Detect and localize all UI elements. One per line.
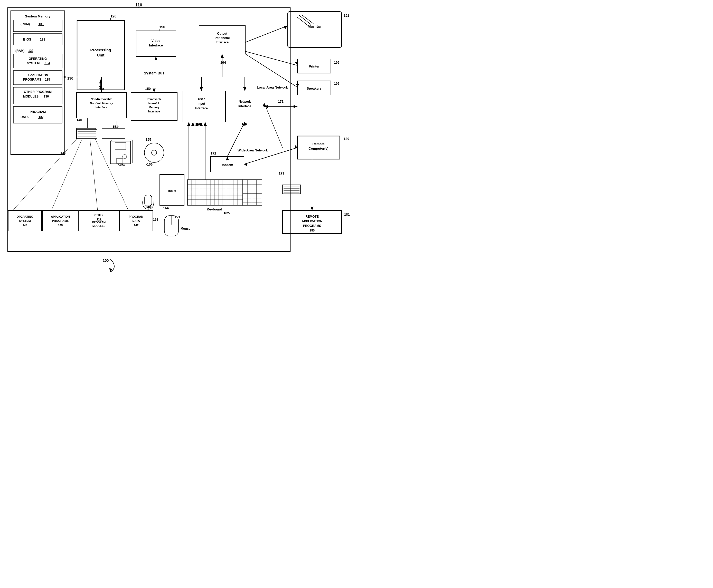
monitor-label: Monitor	[308, 24, 322, 28]
program-data-bottom-label2: DATA	[133, 219, 140, 222]
svg-rect-31	[77, 92, 127, 118]
remote-computer-label2: Computer(s)	[308, 147, 328, 150]
non-removable-label: Non-Removable	[91, 98, 112, 101]
removable-label4: Interface	[148, 110, 160, 113]
svg-rect-14	[13, 106, 62, 123]
app-label2: PROGRAMS	[23, 78, 41, 81]
remote-app-label2: APPLICATION	[302, 219, 322, 223]
other-bottom-label4: MODULES	[93, 225, 105, 227]
ref-164-label: 164	[163, 206, 169, 210]
os-bottom-label: OPERATING	[17, 215, 34, 218]
bios-label: BIOS	[23, 38, 31, 41]
svg-marker-151	[293, 105, 298, 108]
svg-line-51	[245, 51, 298, 65]
svg-line-53	[245, 54, 298, 87]
svg-rect-65	[102, 128, 125, 139]
svg-point-70	[144, 143, 164, 163]
speakers-label: Speakers	[307, 86, 322, 90]
output-peripheral-label: Output	[217, 32, 227, 36]
svg-rect-20	[199, 26, 245, 54]
os-bottom-ref: 144	[23, 224, 27, 227]
output-peripheral-label2: Peripheral	[215, 36, 230, 40]
non-removable-label2: Non-Vol. Memory	[90, 102, 113, 105]
video-interface-label: Video	[151, 39, 160, 43]
app-bottom-label2: PROGRAMS	[52, 219, 69, 222]
app-ref: 135	[45, 78, 50, 81]
rom-ref: 131	[39, 22, 44, 26]
os-bottom-label2: SYSTEM	[19, 219, 30, 222]
network-interface-label: Network	[239, 100, 251, 103]
keyboard-label: Keyboard	[207, 207, 222, 211]
program-data-bottom-ref: 147	[134, 224, 139, 227]
svg-marker-148	[226, 156, 229, 161]
svg-marker-24	[99, 80, 102, 83]
program-data-ref: 137	[39, 115, 44, 119]
other-bottom-label2: 146	[97, 217, 101, 220]
ref-194-label: 194	[220, 61, 226, 64]
bios-ref: 133	[40, 38, 45, 41]
svg-line-144	[264, 103, 283, 148]
svg-marker-38	[152, 88, 156, 92]
system-memory-label: System Memory	[25, 14, 50, 18]
ref-162-label: 162-	[223, 211, 230, 215]
svg-line-125	[13, 139, 77, 210]
other-modules-label2: MODULES	[23, 95, 39, 98]
svg-rect-8	[13, 54, 62, 68]
modem-label: Modem	[221, 163, 233, 167]
svg-marker-85	[204, 122, 207, 126]
os-ref: 134	[45, 61, 50, 65]
mouse-label: Mouse	[181, 227, 190, 230]
svg-marker-42	[243, 87, 246, 91]
ram-ref: 132	[28, 49, 34, 52]
svg-marker-28	[155, 57, 158, 60]
program-data-label2: DATA	[21, 115, 29, 119]
program-data-bottom-label: PROGRAM	[129, 215, 143, 218]
ref-156-label: -156	[146, 163, 152, 166]
rom-label: (ROM)	[21, 22, 30, 26]
ref-150-label: 150	[145, 87, 151, 90]
ref-181-label: 181	[344, 212, 350, 216]
ref-180-label: 180	[344, 137, 349, 141]
lan-label: Local Area Network	[257, 85, 288, 89]
svg-rect-5	[13, 34, 62, 45]
svg-rect-105	[243, 180, 262, 205]
ref-155-label: 155	[146, 138, 151, 142]
user-input-label3: Interface	[195, 106, 208, 110]
removable-label3: Memory	[149, 106, 160, 109]
svg-rect-86	[187, 180, 243, 205]
non-removable-label3: Interface	[96, 106, 107, 109]
ref-161-label: 161	[175, 215, 180, 219]
svg-rect-156	[145, 195, 152, 206]
ref-120-label: 120	[110, 14, 117, 18]
program-data-label: PROGRAM	[30, 110, 46, 114]
ref-151-label: 151-	[113, 125, 119, 129]
remote-app-label: REMOTE	[305, 215, 319, 218]
ref-173-label: 173	[279, 171, 284, 175]
svg-line-49	[245, 26, 288, 42]
svg-marker-40	[200, 87, 203, 91]
svg-marker-81	[187, 122, 190, 126]
tablet-label: Tablet	[167, 189, 176, 193]
app-bottom-ref: 145	[58, 224, 63, 227]
system-bus-label: System Bus	[144, 71, 164, 75]
svg-marker-143	[109, 268, 112, 272]
svg-marker-30	[221, 54, 224, 58]
remote-app-label3: PROGRAMS	[303, 224, 321, 228]
network-interface-label2: Interface	[238, 104, 251, 108]
remote-app-ref: 185	[309, 229, 314, 232]
other-bottom-label: OTHER	[95, 214, 104, 217]
svg-rect-2	[11, 11, 65, 154]
ref-172-label: 172	[210, 151, 216, 155]
ref-100-label: 100	[103, 258, 109, 262]
removable-label2: Non-Vol.	[148, 102, 160, 105]
svg-rect-43	[288, 12, 342, 47]
ref-190-label: 190	[159, 25, 165, 29]
diagram-container: 110 System Memory (ROM) 131 BIOS 133 (RA…	[0, 0, 356, 294]
svg-line-126	[52, 139, 82, 210]
svg-marker-26	[63, 76, 65, 78]
video-interface-label2: Interface	[149, 43, 163, 47]
remote-computer-label: Remote	[312, 142, 325, 146]
ref-110-label: 110	[135, 3, 142, 7]
printer-label: Printer	[309, 64, 320, 68]
app-label: APPLICATION	[27, 74, 48, 77]
